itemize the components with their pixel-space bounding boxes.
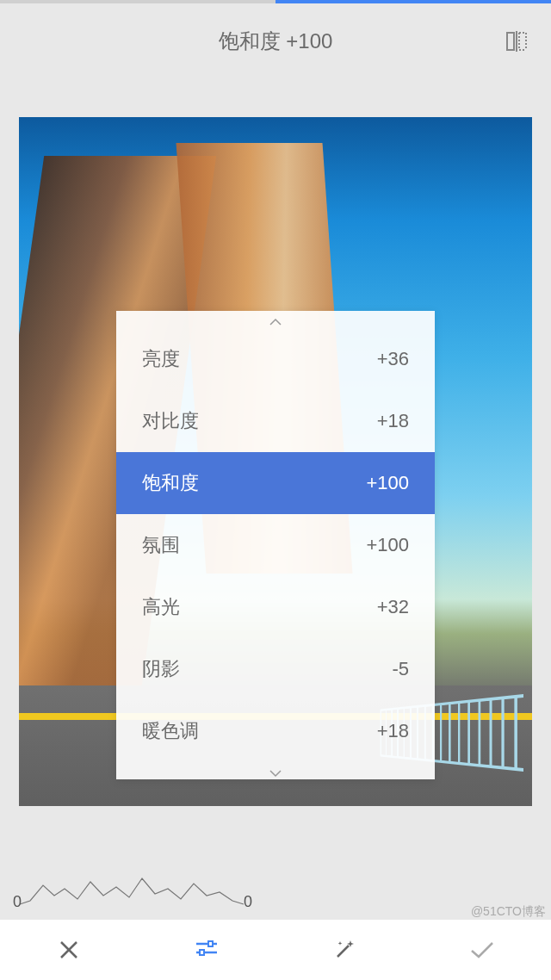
histogram-left-label: 0: [13, 893, 22, 911]
panel-scroll-up-indicator: [116, 311, 435, 328]
adjustment-row[interactable]: 饱和度+100: [116, 452, 435, 514]
confirm-button[interactable]: [456, 924, 508, 976]
adjustment-panel[interactable]: 亮度+36对比度+18饱和度+100氛围+100高光+32阴影-5暖色调+18: [116, 311, 435, 779]
magic-wand-icon: [331, 937, 357, 963]
chevron-up-icon: [269, 318, 282, 326]
adjustment-row[interactable]: 对比度+18: [116, 390, 435, 452]
sliders-icon: [194, 937, 220, 963]
adjustment-label: 饱和度: [142, 470, 199, 496]
svg-rect-11: [200, 950, 204, 955]
photo-canvas[interactable]: 亮度+36对比度+18饱和度+100氛围+100高光+32阴影-5暖色调+18: [19, 117, 532, 806]
adjust-sliders-button[interactable]: [181, 924, 232, 976]
svg-line-12: [337, 946, 349, 957]
adjustment-value: +32: [377, 596, 409, 618]
adjustment-value: +100: [366, 534, 409, 556]
adjustment-value: +18: [377, 410, 409, 432]
adjustment-row[interactable]: 氛围+100: [116, 514, 435, 576]
adjustment-row[interactable]: 阴影-5: [116, 638, 435, 700]
adjustment-label: 亮度: [142, 346, 180, 372]
magic-wand-button[interactable]: [319, 924, 370, 976]
histogram: 0 0: [13, 870, 254, 908]
adjustment-row[interactable]: 高光+32: [116, 576, 435, 638]
svg-rect-9: [208, 941, 213, 946]
histogram-curve: [13, 870, 254, 908]
svg-rect-0: [507, 33, 514, 50]
header-bar: 饱和度 +100: [0, 3, 551, 79]
mirror-compare-icon: [505, 29, 529, 53]
current-adjustment-title: 饱和度 +100: [219, 28, 333, 55]
panel-scroll-down-indicator: [116, 762, 435, 779]
adjustment-value: -5: [392, 658, 409, 680]
histogram-right-label: 0: [244, 893, 252, 911]
check-icon: [468, 938, 496, 962]
adjustment-label: 阴影: [142, 656, 180, 682]
adjustment-row[interactable]: 暖色调+18: [116, 700, 435, 762]
chevron-down-icon: [269, 769, 282, 778]
adjustment-label: 暖色调: [142, 718, 199, 744]
adjustment-label: 对比度: [142, 408, 199, 434]
bottom-toolbar: [0, 920, 551, 980]
watermark-text: @51CTO博客: [471, 904, 546, 920]
adjustment-value: +100: [366, 472, 409, 494]
adjustment-row[interactable]: 亮度+36: [116, 328, 435, 390]
adjustment-value: +18: [377, 720, 409, 742]
compare-mirror-button[interactable]: [501, 26, 532, 57]
cancel-button[interactable]: [43, 924, 95, 976]
adjustment-value: +36: [377, 348, 409, 370]
close-icon: [57, 938, 81, 962]
adjustment-label: 氛围: [142, 532, 180, 558]
adjustment-label: 高光: [142, 594, 180, 620]
